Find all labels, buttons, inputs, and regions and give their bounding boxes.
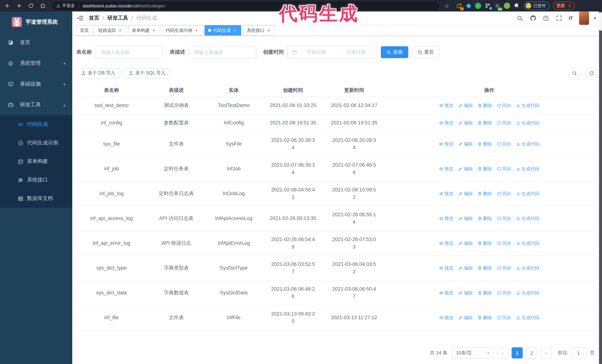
search-button[interactable]: 搜索 (381, 46, 408, 58)
delete-link[interactable]: 删除 (478, 264, 492, 272)
generate-code-link[interactable]: 生成代码 (516, 215, 539, 222)
preview-link[interactable]: 预览 (439, 102, 453, 109)
page-scrollbar[interactable] (599, 11, 602, 364)
page-number-button[interactable]: 1 (512, 347, 523, 358)
sync-link[interactable]: 同步 (497, 119, 511, 127)
generate-code-link[interactable]: 生成代码 (516, 289, 539, 297)
edit-link[interactable]: 编辑 (458, 102, 473, 109)
breadcrumb-item-devtools[interactable]: 研发工具 (108, 15, 128, 21)
page-size-select[interactable]: 10条/页 ▼ (452, 347, 494, 358)
close-icon[interactable] (151, 28, 156, 33)
delete-link[interactable]: 删除 (478, 314, 492, 322)
sync-link[interactable]: 同步 (497, 239, 511, 247)
tag-item[interactable]: 表单构建 (128, 25, 160, 36)
sidebar-item-form-builder[interactable]: 表单构建 (0, 152, 72, 171)
fullscreen-icon[interactable] (556, 15, 562, 21)
date-range-picker[interactable]: 开始日期 - 结束日期 (288, 46, 377, 59)
sync-link[interactable]: 同步 (497, 140, 511, 148)
breadcrumb-item-home[interactable]: 首页 (89, 15, 99, 21)
search-icon[interactable] (517, 15, 524, 21)
edit-link[interactable]: 编辑 (458, 140, 473, 148)
close-icon[interactable] (266, 28, 271, 33)
delete-link[interactable]: 删除 (478, 190, 492, 197)
ext-tabs-icon[interactable]: on (494, 3, 501, 9)
ext-gem-icon[interactable] (465, 3, 472, 9)
page-number-button[interactable]: 2 (526, 347, 537, 358)
browser-home-icon[interactable] (38, 1, 47, 10)
ext-adblock-icon[interactable]: 1 (456, 3, 462, 9)
close-icon[interactable] (233, 28, 237, 33)
tag-item[interactable]: 首页 (76, 25, 93, 36)
preview-link[interactable]: 预览 (439, 215, 453, 222)
sidebar-item-system-api[interactable]: 系统接口 (0, 171, 72, 189)
sidebar-item-system[interactable]: ⚙ 系统管理 ▼ (0, 53, 72, 74)
address-bar[interactable]: ⚠ 不安全 dashboard.yudao.iocoder.cn/tool/co… (52, 1, 439, 10)
sidebar-item-codegen-example[interactable]: 代码生成示例 (0, 134, 72, 152)
ext-green-icon[interactable] (504, 3, 510, 9)
toggle-search-button[interactable] (568, 67, 580, 79)
help-icon[interactable] (543, 15, 549, 21)
sync-link[interactable]: 同步 (497, 165, 511, 173)
font-size-icon[interactable]: tT (569, 15, 573, 21)
sync-link[interactable]: 同步 (497, 190, 511, 197)
delete-link[interactable]: 删除 (478, 140, 492, 148)
bookmark-star-icon[interactable]: ☆ (443, 3, 451, 9)
browser-back-icon[interactable] (2, 1, 12, 10)
edit-link[interactable]: 编辑 (458, 289, 473, 297)
edit-link[interactable]: 编辑 (458, 190, 473, 197)
preview-link[interactable]: 预览 (439, 314, 453, 322)
sync-link[interactable]: 同步 (497, 102, 511, 109)
sidebar-item-db-doc[interactable]: 数据库文档 (0, 189, 72, 208)
chrome-update-button[interactable]: 更新 ⋮ (553, 1, 575, 10)
sidebar-item-home[interactable]: 首页 (0, 32, 72, 53)
ext-grid-icon[interactable] (484, 3, 491, 9)
edit-link[interactable]: 编辑 (458, 215, 473, 222)
generate-code-link[interactable]: 生成代码 (516, 140, 539, 148)
generate-code-link[interactable]: 生成代码 (516, 190, 539, 197)
table-name-input[interactable] (100, 49, 159, 55)
edit-link[interactable]: 编辑 (458, 264, 473, 272)
refresh-table-button[interactable] (585, 67, 598, 79)
delete-link[interactable]: 删除 (478, 239, 492, 247)
edit-link[interactable]: 编辑 (458, 119, 473, 127)
sidebar-item-devtools[interactable]: 研发工具 ▲ (0, 94, 72, 115)
sync-link[interactable]: 同步 (497, 264, 511, 272)
delete-link[interactable]: 删除 (478, 119, 492, 127)
tag-item[interactable]: 代码生成示例 (162, 25, 203, 36)
sync-link[interactable]: 同步 (497, 314, 511, 322)
browser-reload-icon[interactable] (26, 1, 36, 10)
generate-code-link[interactable]: 生成代码 (516, 314, 539, 322)
puzzle-icon[interactable] (514, 3, 520, 9)
edit-link[interactable]: 编辑 (458, 239, 473, 247)
sidebar-item-codegen[interactable]: 代码生成 (0, 115, 72, 134)
tag-item[interactable]: 系统接口 (243, 25, 275, 36)
scrollbar-thumb[interactable] (599, 12, 602, 31)
github-icon[interactable] (530, 15, 537, 21)
generate-code-link[interactable]: 生成代码 (516, 239, 539, 247)
generate-code-link[interactable]: 生成代码 (516, 102, 539, 109)
ext-check-icon[interactable]: ✓ (475, 3, 481, 9)
browser-forward-icon[interactable] (14, 1, 24, 10)
sidebar-collapse-icon[interactable] (76, 14, 84, 22)
import-db-button[interactable]: 基于 DB 导入 (76, 68, 120, 78)
kebab-menu-icon[interactable]: ⋮ (568, 4, 572, 8)
import-sql-button[interactable]: 基于 SQL 导入 (124, 68, 171, 78)
close-icon[interactable] (194, 28, 199, 33)
preview-link[interactable]: 预览 (439, 190, 453, 197)
preview-link[interactable]: 预览 (439, 140, 453, 148)
sidebar-logo[interactable]: 芋道管理系统 (0, 11, 72, 32)
generate-code-link[interactable]: 生成代码 (516, 119, 539, 127)
preview-link[interactable]: 预览 (439, 264, 453, 272)
generate-code-link[interactable]: 生成代码 (516, 264, 539, 272)
next-page-button[interactable]: › (540, 347, 552, 358)
delete-link[interactable]: 删除 (478, 215, 492, 222)
preview-link[interactable]: 预览 (439, 239, 453, 247)
goto-page-input[interactable] (570, 347, 587, 358)
security-chip[interactable]: ⚠ 不安全 (56, 3, 75, 9)
sidebar-item-infra[interactable]: 基础设施 ▼ (0, 74, 72, 94)
sync-link[interactable]: 同步 (497, 289, 511, 297)
preview-link[interactable]: 预览 (439, 119, 453, 127)
delete-link[interactable]: 删除 (478, 102, 492, 109)
delete-link[interactable]: 删除 (478, 289, 492, 297)
tag-item[interactable]: 链路追踪 (95, 25, 126, 36)
